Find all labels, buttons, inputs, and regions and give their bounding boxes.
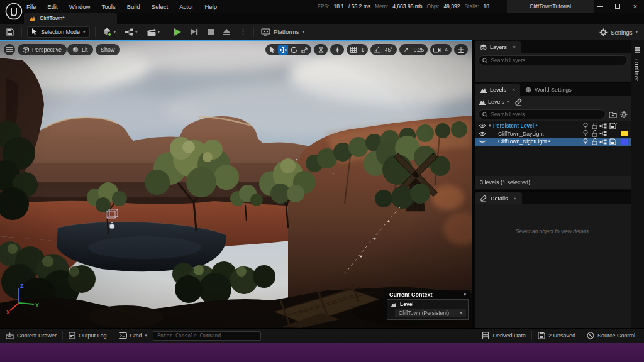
rotate-tool-button[interactable] xyxy=(289,45,299,55)
grid-snap-value: 1 xyxy=(359,47,366,53)
close-icon[interactable]: × xyxy=(514,195,517,202)
current-context-header[interactable]: Current Context ▾ xyxy=(385,290,470,299)
select-tool-button[interactable] xyxy=(267,45,277,55)
actor-snapping-button[interactable] xyxy=(332,45,342,55)
current-level-dropdown[interactable]: CliffTown (Persistent) ▾ xyxy=(395,309,466,317)
level-row-nightlight-selected[interactable]: CliffTown_NightLight • xyxy=(475,138,631,146)
derived-data-button[interactable]: Derived Data xyxy=(476,329,531,343)
dirty-marker: • xyxy=(536,123,538,129)
visibility-eye-closed-icon[interactable] xyxy=(478,139,487,144)
globe-icon xyxy=(525,87,531,93)
menu-file[interactable]: File xyxy=(26,3,36,10)
menu-actor[interactable]: Actor xyxy=(179,3,193,10)
maximize-button[interactable] xyxy=(609,0,626,13)
level-color-chip-blue[interactable] xyxy=(621,139,628,145)
settings-dropdown[interactable]: Settings ▾ xyxy=(599,24,638,40)
close-icon[interactable]: × xyxy=(513,44,516,50)
save-level-icon[interactable] xyxy=(608,138,619,145)
lighting-scenario-icon[interactable] xyxy=(581,138,590,145)
levels-dropdown-button[interactable]: Levels ▾ xyxy=(479,99,509,105)
move-tool-button[interactable] xyxy=(278,45,288,55)
scale-tool-button[interactable] xyxy=(299,45,309,55)
collapse-icon[interactable]: – xyxy=(462,302,465,307)
eject-button[interactable] xyxy=(221,26,233,38)
tab-levels[interactable]: Levels × xyxy=(475,84,520,96)
blueprint-icon[interactable] xyxy=(599,123,608,129)
skip-button[interactable] xyxy=(188,26,201,38)
scale-snap-control[interactable]: ↗ 0.25 xyxy=(399,44,428,55)
expand-chevron-icon[interactable]: ▾ xyxy=(487,123,493,128)
level-color-chip-yellow[interactable] xyxy=(621,131,628,136)
levels-footer-status: 3 levels (1 selected) xyxy=(475,176,631,189)
rotation-snap-control[interactable]: 45° xyxy=(370,44,397,55)
visibility-eye-icon[interactable] xyxy=(478,123,487,128)
lock-icon[interactable] xyxy=(590,130,599,137)
stop-button[interactable] xyxy=(206,26,216,38)
minimize-button[interactable] xyxy=(591,0,609,13)
output-log-button[interactable]: Output Log xyxy=(63,329,113,343)
lock-icon[interactable] xyxy=(590,138,599,145)
menu-help[interactable]: Help xyxy=(204,3,217,10)
viewport-options-menu[interactable] xyxy=(4,44,15,55)
lit-dropdown[interactable]: Lit xyxy=(67,44,93,55)
blueprints-button[interactable]: ▾ xyxy=(123,26,140,38)
maximize-viewport-button[interactable] xyxy=(456,45,466,55)
levels-settings-button[interactable] xyxy=(620,111,628,118)
save-level-icon[interactable] xyxy=(608,123,619,129)
edit-level-button[interactable] xyxy=(514,98,523,106)
tab-details[interactable]: Details × xyxy=(475,192,522,204)
blueprint-icon[interactable] xyxy=(599,131,608,136)
level-viewport[interactable]: Perspective Lit Show xyxy=(0,40,472,328)
close-icon[interactable]: × xyxy=(512,87,515,93)
save-button[interactable] xyxy=(4,26,16,38)
new-folder-button[interactable] xyxy=(609,111,617,118)
menu-select[interactable]: Select xyxy=(152,3,168,10)
right-dock-panel: Layers × Levels × xyxy=(475,40,631,328)
layers-search-input[interactable] xyxy=(491,57,623,63)
chevron-down-icon: ▾ xyxy=(145,333,148,338)
play-button[interactable] xyxy=(172,26,183,38)
tab-world-settings[interactable]: World Settings xyxy=(520,84,576,96)
unreal-logo[interactable] xyxy=(4,2,23,21)
level-row-persistent[interactable]: ▾ Persistent Level • xyxy=(475,122,631,130)
show-dropdown[interactable]: Show xyxy=(96,44,120,55)
play-options-button[interactable]: ⋮ xyxy=(238,26,248,38)
menu-build[interactable]: Build xyxy=(127,3,140,10)
add-actor-button[interactable]: ▾ xyxy=(101,26,118,38)
lighting-scenario-icon[interactable] xyxy=(581,130,590,137)
cmd-dropdown[interactable]: Cmd ▾ xyxy=(113,329,153,343)
tab-layers[interactable]: Layers × xyxy=(475,41,521,53)
levels-search[interactable] xyxy=(478,109,606,119)
selection-mode-dropdown[interactable]: Selection Mode ▾ xyxy=(27,26,90,38)
menu-tools[interactable]: Tools xyxy=(101,3,115,10)
blueprint-icon[interactable] xyxy=(599,139,608,145)
cinematics-button[interactable]: ▾ xyxy=(145,26,162,38)
asset-tab-label: CliffTown* xyxy=(40,15,65,21)
tab-outliner-collapsed[interactable]: Outliner xyxy=(633,59,640,82)
surface-snapping-button[interactable] xyxy=(316,45,326,55)
stalls-label: Stalls: xyxy=(464,3,479,9)
asset-tab-clifftown[interactable]: CliffTown* xyxy=(24,13,117,24)
menu-edit[interactable]: Edit xyxy=(47,3,57,10)
level-row-daylight[interactable]: CliffTown_DayLight xyxy=(475,130,631,138)
console-command-input[interactable] xyxy=(153,331,261,341)
unsaved-button[interactable]: 2 Unsaved xyxy=(532,329,581,343)
grid-snap-control[interactable]: 1 xyxy=(347,44,368,55)
lock-icon[interactable] xyxy=(590,123,599,129)
main-toolbar: Selection Mode ▾ ▾ ▾ ▾ ⋮ Platforms xyxy=(0,24,644,40)
platforms-dropdown[interactable]: Platforms ▾ xyxy=(259,26,306,38)
camera-speed-control[interactable]: 4 xyxy=(430,44,452,55)
chevron-down-icon: ▾ xyxy=(302,30,304,35)
details-empty-message: Select an object to view details. xyxy=(475,228,631,234)
levels-search-input[interactable] xyxy=(491,111,601,118)
lighting-scenario-icon[interactable] xyxy=(581,123,590,129)
save-icon xyxy=(538,332,545,339)
menu-window[interactable]: Window xyxy=(69,3,91,10)
layers-search[interactable] xyxy=(478,55,628,65)
close-button[interactable]: × xyxy=(626,0,644,13)
visibility-eye-icon[interactable] xyxy=(478,131,487,136)
viewport-scene[interactable] xyxy=(0,40,472,328)
perspective-dropdown[interactable]: Perspective xyxy=(18,44,67,55)
content-drawer-button[interactable]: Content Drawer xyxy=(0,329,62,343)
source-control-button[interactable]: Source Control xyxy=(581,329,644,343)
